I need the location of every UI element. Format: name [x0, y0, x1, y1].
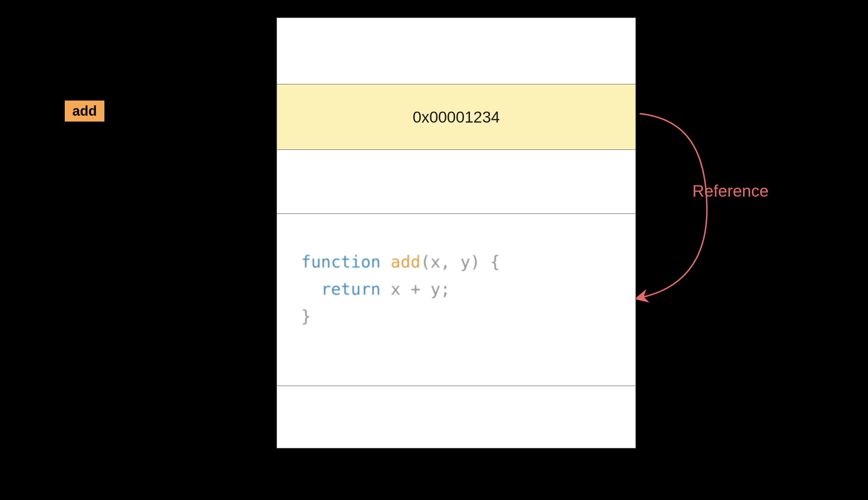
memory-cell-address: 0x00001234: [277, 84, 636, 150]
params-open: (x, y) {: [421, 252, 500, 271]
memory-cell-gap: [277, 150, 636, 214]
memory-address-value: 0x00001234: [413, 108, 500, 126]
reference-annotation: Reference: [692, 181, 768, 200]
variable-badge: add: [64, 100, 105, 123]
variable-name-label: add: [72, 103, 97, 118]
keyword-return: return: [321, 279, 381, 299]
return-body: x + y;: [381, 279, 450, 299]
reference-label-text: Reference: [692, 182, 768, 200]
keyword-function: function: [301, 252, 381, 271]
reference-arrow: [636, 107, 733, 306]
function-name: add: [391, 252, 421, 271]
memory-cell-empty-bottom: [277, 386, 636, 448]
memory-cell-code: function add(x, y) { return x + y; }: [277, 214, 636, 386]
memory-table: 0x00001234 function add(x, y) { return x…: [276, 17, 636, 449]
memory-cell-empty: [277, 18, 636, 84]
function-code-block: function add(x, y) { return x + y; }: [301, 248, 500, 330]
close-brace: }: [301, 306, 311, 326]
